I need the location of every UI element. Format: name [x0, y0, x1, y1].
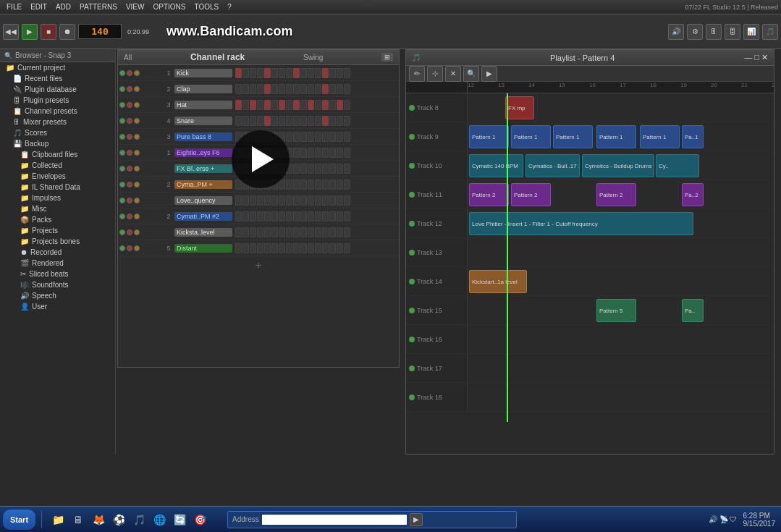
- pad-3-15[interactable]: [344, 116, 350, 126]
- ch-solo-dot-1[interactable]: [134, 86, 140, 92]
- taskbar-icon-music[interactable]: 🎵: [130, 511, 148, 528]
- pattern-block-1-0[interactable]: Pattern 1: [469, 125, 509, 148]
- pad-7-15[interactable]: [344, 180, 350, 190]
- pad-1-12[interactable]: [322, 84, 329, 94]
- tool-btn-5[interactable]: 📊: [743, 24, 759, 40]
- pad-10-14[interactable]: [337, 227, 343, 237]
- pad-2-1[interactable]: [242, 100, 249, 110]
- pad-1-6[interactable]: [279, 84, 285, 94]
- cr-all-label[interactable]: All: [124, 54, 132, 62]
- pad-9-7[interactable]: [286, 211, 292, 221]
- pad-1-15[interactable]: [344, 84, 350, 94]
- pad-2-12[interactable]: [322, 100, 329, 110]
- pad-9-4[interactable]: [264, 211, 271, 221]
- ch-green-dot-7[interactable]: [119, 182, 125, 187]
- pad-9-2[interactable]: [250, 211, 256, 221]
- pad-11-6[interactable]: [279, 243, 285, 253]
- pad-8-6[interactable]: [279, 195, 285, 206]
- taskbar-icon-game[interactable]: ⚽: [110, 511, 127, 528]
- playlist-patterns-10[interactable]: [468, 383, 774, 411]
- ch-green-dot-0[interactable]: [119, 70, 125, 76]
- ch-mute-dot-7[interactable]: [127, 182, 132, 187]
- menu-item-add[interactable]: ADD: [52, 2, 75, 12]
- taskbar-icon-web[interactable]: 🌐: [151, 511, 168, 528]
- pad-9-9[interactable]: [300, 211, 307, 221]
- pad-3-1[interactable]: [242, 116, 249, 126]
- ch-name-1[interactable]: Clap: [174, 85, 232, 93]
- pad-8-2[interactable]: [250, 195, 256, 206]
- pattern-block-3-2[interactable]: Pattern 2: [596, 183, 636, 206]
- pad-1-2[interactable]: [250, 84, 256, 94]
- pad-9-14[interactable]: [337, 211, 343, 221]
- ch-name-3[interactable]: Snare: [174, 117, 232, 125]
- pad-6-15[interactable]: [344, 164, 350, 174]
- pad-4-15[interactable]: [344, 132, 350, 142]
- pad-6-11[interactable]: [315, 164, 321, 174]
- pad-8-4[interactable]: [264, 195, 271, 206]
- pad-2-3[interactable]: [257, 100, 263, 110]
- ch-solo-dot-4[interactable]: [134, 134, 140, 140]
- pad-3-2[interactable]: [250, 116, 256, 126]
- ch-mute-dot-4[interactable]: [127, 134, 132, 140]
- pattern-block-2-3[interactable]: Cy..: [656, 154, 699, 177]
- browser-item-projects[interactable]: 📁Projects: [0, 225, 115, 236]
- browser-item-impulses[interactable]: 📁Impulses: [0, 193, 115, 203]
- pad-2-15[interactable]: [344, 100, 350, 110]
- browser-item-envelopes[interactable]: 📁Envelopes: [0, 171, 115, 182]
- pad-8-11[interactable]: [315, 195, 321, 206]
- ch-green-dot-10[interactable]: [119, 229, 125, 235]
- pad-2-13[interactable]: [329, 100, 336, 110]
- pad-8-10[interactable]: [308, 195, 314, 206]
- ch-solo-dot-2[interactable]: [134, 102, 140, 108]
- pad-3-6[interactable]: [279, 116, 285, 126]
- menu-item-file[interactable]: FILE: [3, 2, 25, 12]
- menu-item-view[interactable]: VIEW: [122, 2, 148, 12]
- ch-name-9[interactable]: Cymati..PM #2: [174, 212, 232, 221]
- pattern-block-2-1[interactable]: Cymatics - Bull..17 140 BPM: [525, 154, 580, 177]
- pad-2-4[interactable]: [264, 100, 271, 110]
- pad-11-9[interactable]: [300, 243, 307, 253]
- pad-1-10[interactable]: [308, 84, 314, 94]
- pad-11-14[interactable]: [337, 243, 343, 253]
- pattern-block-1-4[interactable]: Pattern 1: [640, 125, 680, 148]
- pattern-block-4-0[interactable]: Love Phitter - Insert 1 - Filter 1 - Cut…: [469, 212, 693, 235]
- pattern-block-1-3[interactable]: Pattern 1: [596, 125, 636, 148]
- browser-item-plugin-database[interactable]: 🔌Plugin database: [0, 84, 115, 95]
- playlist-patterns-2[interactable]: Cymatic 140 BPMCymatics - Bull..17 140 B…: [468, 151, 774, 180]
- pad-11-4[interactable]: [264, 243, 271, 253]
- start-button[interactable]: Start: [3, 510, 35, 530]
- pattern-block-2-0[interactable]: Cymatic 140 BPM: [469, 154, 523, 177]
- pad-11-3[interactable]: [257, 243, 263, 253]
- pad-0-0[interactable]: [235, 68, 242, 78]
- browser-item-packs[interactable]: 📦Packs: [0, 214, 115, 225]
- pattern-block-3-1[interactable]: Pattern 2: [511, 183, 551, 206]
- pad-9-1[interactable]: [242, 211, 249, 221]
- ch-solo-dot-7[interactable]: [134, 182, 140, 187]
- pad-10-11[interactable]: [315, 227, 321, 237]
- ch-solo-dot-11[interactable]: [134, 245, 140, 251]
- playlist-patterns-5[interactable]: [468, 238, 774, 266]
- ch-green-dot-2[interactable]: [119, 102, 125, 108]
- pad-2-2[interactable]: [250, 100, 256, 110]
- pad-1-13[interactable]: [329, 84, 336, 94]
- pad-0-8[interactable]: [293, 68, 300, 78]
- ch-green-dot-9[interactable]: [119, 214, 125, 219]
- pad-3-13[interactable]: [329, 116, 336, 126]
- playlist-patterns-3[interactable]: Pattern 2Pattern 2Pattern 2Pa..2: [468, 180, 774, 208]
- browser-item-misc[interactable]: 📁Misc: [0, 203, 115, 214]
- pad-10-10[interactable]: [308, 227, 314, 237]
- pad-1-5[interactable]: [271, 84, 278, 94]
- pad-0-14[interactable]: [337, 68, 343, 78]
- pad-9-3[interactable]: [257, 211, 263, 221]
- pad-8-14[interactable]: [337, 195, 343, 206]
- pattern-block-6-0[interactable]: Kickstart..1a level: [469, 270, 527, 293]
- pad-0-3[interactable]: [257, 68, 263, 78]
- pl-tool-select[interactable]: ⊹: [427, 66, 443, 82]
- ch-green-dot-1[interactable]: [119, 86, 125, 92]
- pad-3-3[interactable]: [257, 116, 263, 126]
- pad-8-12[interactable]: [322, 195, 329, 206]
- pad-8-15[interactable]: [344, 195, 350, 206]
- pad-7-14[interactable]: [337, 180, 343, 190]
- pad-3-8[interactable]: [293, 116, 300, 126]
- browser-item-projects-bones[interactable]: 📁Projects bones: [0, 236, 115, 247]
